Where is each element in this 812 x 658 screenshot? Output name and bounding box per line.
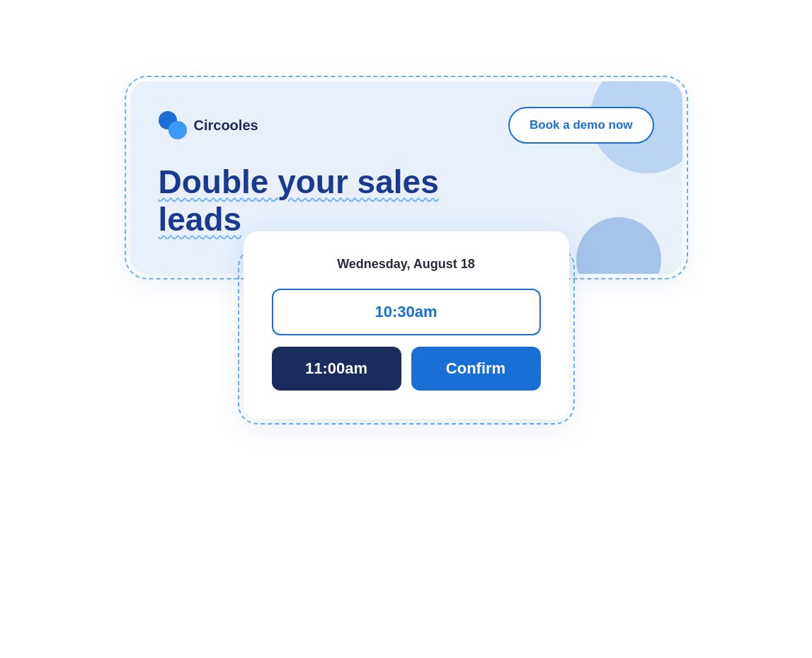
brand-name: Circooles xyxy=(194,117,258,134)
booking-card-wrapper: Wednesday, August 18 10:30am 11:00am Con… xyxy=(244,253,569,419)
logo-circle-2 xyxy=(168,121,187,139)
selected-time-slot[interactable]: 10:30am xyxy=(272,289,541,335)
booking-date: Wednesday, August 18 xyxy=(272,257,541,272)
confirm-button[interactable]: Confirm xyxy=(411,347,541,391)
scene: Circooles Book a demo now Double your sa… xyxy=(116,81,697,577)
alt-time-slot-button[interactable]: 11:00am xyxy=(272,347,401,391)
ad-headline: Double your sales leads xyxy=(159,163,527,238)
booking-card: Wednesday, August 18 10:30am 11:00am Con… xyxy=(244,231,569,419)
booking-actions: 11:00am Confirm xyxy=(272,347,541,391)
brand-logo-icon xyxy=(159,111,187,139)
ad-header: Circooles Book a demo now xyxy=(159,107,654,144)
book-demo-button[interactable]: Book a demo now xyxy=(508,107,653,144)
brand: Circooles xyxy=(159,111,258,139)
